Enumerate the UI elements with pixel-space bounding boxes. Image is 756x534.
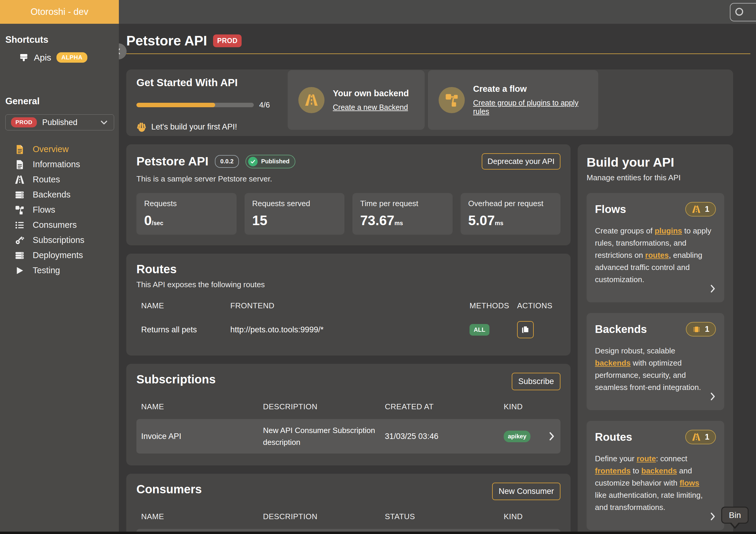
- deprecate-api-button[interactable]: Deprecate your API: [482, 153, 560, 169]
- methods-badge: ALL: [470, 324, 489, 336]
- page-title: Petstore API: [126, 33, 207, 49]
- file-lines-icon: [15, 145, 24, 154]
- api-title: Petstore API: [136, 154, 208, 168]
- top-bar-right: [119, 0, 756, 24]
- table-row[interactable]: Returns all pets http://pets.oto.tools:9…: [136, 316, 560, 343]
- subscriptions-section: Subscriptions Subscribe NAME DESCRIPTION…: [126, 364, 571, 465]
- sidebar-item-consumers[interactable]: Consumers: [5, 217, 114, 233]
- hint-row: Let's build your first API!: [136, 121, 281, 132]
- main-content: Petstore API PROD Get Started With API 4…: [119, 33, 756, 534]
- version-badge: 0.0.2: [215, 155, 239, 168]
- road-icon: [14, 175, 25, 184]
- plugins-link[interactable]: plugins: [655, 226, 682, 235]
- entity-card-backends[interactable]: Backends 1 Design robust, scalable backe…: [587, 313, 724, 410]
- metrics-row: Requests 0/sec Requests served 15 Time p…: [136, 193, 560, 235]
- general-heading: General: [5, 96, 114, 107]
- sidebar-item-testing[interactable]: Testing: [5, 263, 114, 278]
- sidebar-item-backends[interactable]: Backends: [5, 187, 114, 202]
- server-icon: [15, 191, 24, 199]
- subscription-created-at: 31/03/25 03:46: [385, 432, 504, 441]
- chevron-right-icon: [547, 431, 556, 441]
- consumers-section: Consumers New Consumer NAME DESCRIPTION …: [126, 474, 571, 534]
- sidebar-item-label: Subscriptions: [33, 235, 84, 245]
- metric-time-per-request: Time per request 73.67ms: [352, 193, 453, 235]
- prod-badge: PROD: [11, 117, 37, 127]
- sidebar-item-label: Testing: [33, 266, 60, 275]
- your-own-backend-card[interactable]: Your own backend Create a new Backend: [288, 70, 425, 130]
- header-divider: [126, 53, 750, 54]
- subscription-description: New API Consumer Subscription descriptio…: [263, 424, 385, 448]
- sidebar-item-flows[interactable]: Flows: [5, 202, 114, 217]
- chevron-right-icon: [709, 392, 716, 401]
- backend-card-title: Your own backend: [333, 89, 409, 98]
- sidebar-item-label: Backends: [33, 190, 70, 200]
- entity-open-button[interactable]: [709, 284, 716, 294]
- entity-count: 1: [705, 432, 709, 442]
- api-description: This is a sample server Petstore server.: [136, 174, 560, 184]
- routes-subtitle: This API exposes the following routes: [136, 280, 560, 289]
- bin-tooltip[interactable]: Bin: [721, 507, 748, 523]
- entity-open-button[interactable]: [709, 512, 716, 522]
- entity-open-button[interactable]: [709, 392, 716, 402]
- copy-icon: [521, 325, 530, 334]
- hint-text: Let's build your first API!: [151, 122, 237, 132]
- top-bar: Otoroshi - dev: [0, 0, 756, 24]
- subscribe-button[interactable]: Subscribe: [512, 373, 560, 390]
- row-open-button[interactable]: [541, 431, 556, 441]
- file-lines-icon: [15, 160, 24, 169]
- flows-link[interactable]: flows: [680, 478, 699, 487]
- sidebar-item-routes[interactable]: Routes: [5, 172, 114, 187]
- create-backend-link[interactable]: Create a new Backend: [333, 103, 408, 112]
- sidebar-item-label: Deployments: [33, 250, 83, 260]
- create-flow-card[interactable]: Create a flow Create group of plugins to…: [428, 70, 598, 130]
- entity-card-flows[interactable]: Flows 1 Create groups of plugins to appl…: [587, 193, 724, 302]
- chevron-right-icon: [709, 512, 716, 521]
- sidebar-item-deployments[interactable]: Deployments: [5, 248, 114, 263]
- subscriptions-title: Subscriptions: [136, 373, 216, 386]
- sidebar-item-subscriptions[interactable]: Subscriptions: [5, 233, 114, 248]
- server-icon: [15, 251, 24, 260]
- sidebar-item-apis[interactable]: Apis ALPHA: [19, 52, 114, 63]
- entity-title: Backends: [595, 323, 647, 336]
- entity-card-routes[interactable]: Routes 1 Define your route: connect fron…: [587, 421, 724, 530]
- entity-title: Flows: [595, 203, 626, 216]
- progress-label: 4/6: [259, 100, 270, 110]
- sitemap-icon: [15, 206, 24, 215]
- table-row[interactable]: Invoice API New API Consumer Subscriptio…: [136, 419, 560, 453]
- search-button[interactable]: [730, 3, 756, 21]
- sidebar-item-label: Apis: [34, 53, 51, 63]
- chevron-down-icon: [99, 118, 108, 127]
- create-flow-link[interactable]: Create group of plugins to apply rules: [473, 99, 587, 116]
- list-icon: [15, 221, 24, 230]
- frontends-link[interactable]: frontends: [595, 466, 631, 475]
- new-consumer-button[interactable]: New Consumer: [492, 483, 560, 500]
- brush-icon: [19, 53, 29, 63]
- entity-count: 1: [705, 325, 709, 334]
- route-name: Returns all pets: [141, 325, 230, 334]
- get-started-card: Get Started With API 4/6 Let's build you…: [126, 69, 733, 136]
- consumers-table-header: NAME DESCRIPTION STATUS KIND: [136, 512, 560, 521]
- consumers-title: Consumers: [136, 483, 202, 496]
- sidebar-item-overview[interactable]: Overview: [5, 142, 114, 157]
- environment-select[interactable]: PROD Published: [5, 114, 114, 130]
- progress-bar: [136, 103, 254, 107]
- sidebar-item-label: Flows: [33, 205, 55, 215]
- sidebar-item-informations[interactable]: Informations: [5, 157, 114, 172]
- routes-link[interactable]: routes: [645, 251, 669, 260]
- routes-count-pill: 1: [685, 430, 716, 444]
- copy-route-button[interactable]: [517, 321, 534, 338]
- backends-link[interactable]: backends: [641, 466, 677, 475]
- alpha-badge: ALPHA: [56, 52, 87, 63]
- play-icon: [15, 267, 24, 275]
- subscription-name: Invoice API: [141, 432, 263, 441]
- progress-fill: [136, 103, 215, 107]
- page-header: Petstore API PROD: [126, 33, 733, 49]
- road-icon: [298, 87, 325, 113]
- backends-link[interactable]: backends: [595, 359, 631, 368]
- bottom-edge: [0, 532, 756, 534]
- route-link[interactable]: route: [636, 454, 656, 463]
- key-icon: [15, 236, 24, 245]
- metric-requests: Requests 0/sec: [136, 193, 236, 235]
- metric-requests-served: Requests served 15: [245, 193, 345, 235]
- app-brand: Otoroshi - dev: [0, 0, 119, 24]
